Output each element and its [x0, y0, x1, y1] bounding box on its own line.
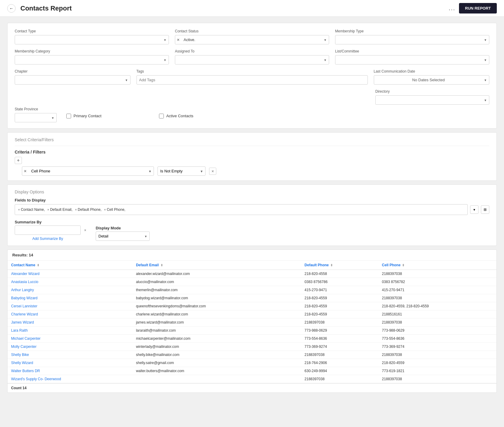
- primary-contact-checkbox-item[interactable]: Primary Contact: [66, 114, 101, 118]
- sort-icon-default-email: ⇕: [160, 264, 163, 267]
- membership-type-group: Membership Type Individual Corporate Stu…: [335, 29, 489, 44]
- directory-group: Directory Directory A Directory B: [375, 89, 489, 105]
- cell-name-9[interactable]: Molly Carpenter: [8, 343, 132, 351]
- table-row: Michael Carpentermichaelcarpenter@mailin…: [8, 335, 496, 343]
- membership-category-group: Membership Category Gold Silver Bronze: [15, 49, 169, 64]
- primary-contact-checkbox[interactable]: [66, 114, 71, 118]
- state-province-select[interactable]: ALAKAZCA COILMNWI: [15, 113, 57, 122]
- active-contacts-checkbox-item[interactable]: Active Contacts: [159, 114, 193, 118]
- col-header-cell-phone[interactable]: Cell Phone ⇕: [378, 261, 496, 270]
- remove-criteria-button[interactable]: ×: [209, 168, 216, 175]
- cell-email-6: james.wizard@mailinator.com: [132, 318, 301, 327]
- display-options-section: Display Options Fields to Display × Cont…: [7, 184, 497, 246]
- display-mode-select[interactable]: Detail Summary: [96, 231, 150, 241]
- cell-phone-11: 218-764-2906: [301, 359, 378, 367]
- cell-email-4: queenofthesevenkingdoms@mailinator.com: [132, 302, 301, 310]
- cell-email-11: shelly.satre@gmail.com: [132, 359, 301, 367]
- membership-type-select[interactable]: Individual Corporate Student: [335, 35, 489, 44]
- cell-cell-10: 2188397038: [378, 351, 496, 359]
- chapter-select[interactable]: Chapter A Chapter B: [15, 75, 130, 85]
- back-button[interactable]: ←: [7, 4, 16, 13]
- chapter-label: Chapter: [15, 69, 130, 73]
- table-row: Shelly Wizardshelly.satre@gmail.com218-7…: [8, 359, 496, 367]
- cell-email-12: walter.butters@mailinator.com: [132, 367, 301, 375]
- field-tag-contact-name: × Contact Name,: [18, 208, 45, 212]
- results-footer: Count 14: [8, 383, 496, 393]
- chapter-group: Chapter Chapter A Chapter B: [15, 69, 130, 85]
- assigned-to-select[interactable]: User 1 User 2: [175, 55, 329, 64]
- more-options-button[interactable]: ...: [448, 5, 455, 12]
- sort-icon-contact-name: ⇕: [37, 264, 39, 267]
- add-summarize-link[interactable]: Add Summarize By: [15, 237, 81, 241]
- cell-phone-7: 773-988-0629: [301, 327, 378, 335]
- add-criteria-button[interactable]: +: [15, 157, 22, 164]
- cell-email-1: aluccio@mailinator.com: [132, 278, 301, 286]
- cell-email-2: themerlin@mailinator.com: [132, 286, 301, 294]
- summarize-by-input[interactable]: [15, 225, 81, 235]
- tags-input[interactable]: [136, 75, 368, 85]
- field-tag-contact-name-x[interactable]: ×: [18, 208, 20, 211]
- cell-name-7[interactable]: Lara Raith: [8, 327, 132, 335]
- active-contacts-checkbox[interactable]: [159, 114, 164, 118]
- field-tag-cell-phone-x[interactable]: ×: [104, 208, 106, 211]
- fields-columns-button[interactable]: ⊞: [481, 205, 489, 214]
- cell-name-4[interactable]: Cersei Lannister: [8, 302, 132, 310]
- summarize-x-button[interactable]: ×: [82, 227, 88, 234]
- cell-name-10[interactable]: Shelly Bike: [8, 351, 132, 359]
- cell-name-6[interactable]: James Wizard: [8, 318, 132, 327]
- cell-name-8[interactable]: Michael Carpenter: [8, 335, 132, 343]
- results-section: Results: 14 Contact Name ⇕ Default Email…: [7, 249, 497, 393]
- cell-email-8: michaelcarpenter@mailinator.com: [132, 335, 301, 343]
- assigned-to-group: Assigned To User 1 User 2: [175, 49, 329, 64]
- fields-select-row: × Contact Name, × Default Email, × Defau…: [15, 204, 489, 215]
- membership-category-select[interactable]: Gold Silver Bronze: [15, 55, 169, 64]
- contact-type-select[interactable]: Member Non-Member Staff: [15, 35, 169, 44]
- cell-email-5: charlene.wizard@mailinator.com: [132, 310, 301, 318]
- criteria-field-wrapper: Cell Phone Contact Name Default Email De…: [22, 166, 154, 176]
- field-tag-default-email-x[interactable]: ×: [47, 208, 49, 211]
- cell-phone-2: 415-270-9471: [301, 286, 378, 294]
- cell-phone-4: 218-820-4559: [301, 302, 378, 310]
- cell-name-1[interactable]: Anastasia Luccio: [8, 278, 132, 286]
- primary-contact-label: Primary Contact: [74, 114, 101, 118]
- list-committee-select[interactable]: List A List B: [335, 55, 489, 64]
- cell-cell-1: 0383 8756782: [378, 278, 496, 286]
- results-table: Contact Name ⇕ Default Email ⇕ Default P…: [8, 261, 496, 383]
- table-row: James Wizardjames.wizard@mailinator.com2…: [8, 318, 496, 327]
- cell-name-3[interactable]: Babydog Wizard: [8, 294, 132, 302]
- last-communication-date-select[interactable]: No Dates Selected Last 7 Days Last 30 Da…: [374, 75, 490, 85]
- cell-name-2[interactable]: Arthur Langtry: [8, 286, 132, 294]
- table-row: Cersei Lannisterqueenofthesevenkingdoms@…: [8, 302, 496, 310]
- display-mode-label: Display Mode: [96, 226, 150, 230]
- col-header-default-phone[interactable]: Default Phone ⇕: [301, 261, 378, 270]
- tags-label: Tags: [136, 69, 368, 73]
- table-row: Walter Butters DRwalter.butters@mailinat…: [8, 367, 496, 375]
- cell-cell-5: 2188516161: [378, 310, 496, 318]
- contact-status-select[interactable]: Active. Inactive Pending: [175, 35, 329, 44]
- cell-name-11[interactable]: Shelly Wizard: [8, 359, 132, 367]
- fields-input-area[interactable]: × Contact Name, × Default Email, × Defau…: [15, 204, 468, 215]
- directory-select[interactable]: Directory A Directory B: [375, 95, 489, 105]
- membership-category-label: Membership Category: [15, 49, 169, 53]
- table-row: Shelly Bikeshelly.bike@mailinator.com218…: [8, 351, 496, 359]
- cell-cell-6: 2188397038: [378, 318, 496, 327]
- cell-name-0[interactable]: Alexander Wizard: [8, 270, 132, 278]
- cell-name-5[interactable]: Charlene Wizard: [8, 310, 132, 318]
- page-title: Contacts Report: [20, 4, 72, 12]
- run-report-button[interactable]: RUN REPORT: [459, 3, 497, 13]
- field-tag-cell-phone: × Cell Phone,: [104, 208, 125, 212]
- field-tag-default-phone-x[interactable]: ×: [75, 208, 77, 211]
- col-header-default-email[interactable]: Default Email ⇕: [132, 261, 301, 270]
- criteria-field-select[interactable]: Cell Phone Contact Name Default Email De…: [22, 166, 154, 176]
- fields-dropdown-button[interactable]: ▼: [470, 205, 478, 214]
- col-header-contact-name[interactable]: Contact Name ⇕: [8, 261, 132, 270]
- criteria-operator-select[interactable]: Is Not Empty Is Empty Equals Contains Do…: [158, 166, 206, 176]
- cell-name-12[interactable]: Walter Butters DR: [8, 367, 132, 375]
- results-header: Results: 14: [8, 250, 496, 261]
- cell-email-7: lararaith@mailinator.com: [132, 327, 301, 335]
- cell-name-13[interactable]: Wizard's Supply Co- Deerwood: [8, 375, 132, 383]
- display-mode-group: Display Mode Detail Summary: [96, 226, 150, 241]
- cell-cell-13: 2188397038: [378, 375, 496, 383]
- cell-cell-8: 773-554-8636: [378, 335, 496, 343]
- cell-cell-3: 2188397038: [378, 294, 496, 302]
